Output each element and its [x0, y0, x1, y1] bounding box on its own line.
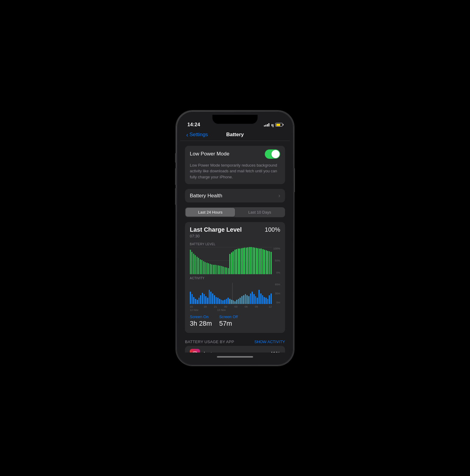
battery-level-chart-label: BATTERY LEVEL: [190, 243, 280, 246]
usage-by-app-header: BATTERY USAGE BY APP SHOW ACTIVITY: [180, 338, 290, 346]
volume-up-button[interactable]: [175, 168, 176, 185]
back-chevron-icon: ‹: [186, 132, 188, 138]
wifi-icon: 𝛈: [271, 122, 274, 127]
home-bar: [217, 356, 253, 358]
instagram-app-row[interactable]: Instagram 41%: [185, 346, 285, 352]
date-label-13nov: 13 Nov: [217, 308, 254, 312]
x-label-09: 09: [251, 305, 262, 308]
back-label: Settings: [190, 132, 208, 138]
battery-health-row[interactable]: Battery Health ›: [185, 189, 285, 202]
last-charge-row: Last Charge Level 07:30 100%: [190, 226, 280, 238]
y-label-0m: 0m: [276, 301, 280, 304]
screen-off-stat: Screen Off 57m: [219, 315, 238, 327]
notch: [212, 115, 258, 124]
scroll-content[interactable]: Low Power Mode Low Power Mode temporaril…: [180, 141, 290, 352]
date-divider-line: [232, 283, 233, 304]
activity-y-labels: 60m 30m 0m: [275, 283, 280, 304]
y-label-100: 100%: [273, 247, 280, 250]
screen-on-value: 3h 28m: [190, 320, 212, 327]
chevron-right-icon: ›: [278, 193, 280, 199]
phone-screen: 14:24 𝛈: [177, 112, 293, 365]
power-button[interactable]: [294, 168, 295, 192]
navigation-bar: ‹ Settings Battery: [180, 129, 290, 141]
x-label-03: 03: [231, 305, 241, 308]
low-power-mode-toggle[interactable]: [265, 149, 280, 159]
low-power-mode-description: Low Power Mode temporarily reduces backg…: [185, 162, 285, 184]
x-label-12: 12: [262, 305, 272, 308]
x-label-15: 15: [190, 305, 200, 308]
show-activity-button[interactable]: SHOW ACTIVITY: [254, 340, 285, 344]
app-usage-section: Instagram 41% Safar: [185, 346, 285, 352]
phone-frame: 14:24 𝛈: [176, 111, 294, 365]
y-label-0: 0%: [276, 271, 280, 274]
instagram-app-icon: [190, 349, 200, 352]
battery-bars-container: [190, 247, 272, 274]
x-label-18: 18: [200, 305, 210, 308]
y-label-30m: 30m: [275, 292, 280, 295]
x-label-06: 06: [241, 305, 251, 308]
volume-down-button[interactable]: [175, 188, 176, 205]
page-title: Battery: [226, 132, 244, 138]
segment-last24h[interactable]: Last 24 Hours: [186, 208, 235, 217]
battery-level-chart: 100% 50% 0%: [190, 247, 280, 274]
x-label-21: 21: [210, 305, 221, 308]
y-label-50: 50%: [275, 259, 280, 262]
screen-off-label: Screen Off: [219, 315, 238, 319]
status-time: 14:24: [187, 122, 200, 127]
battery-icon: [275, 123, 283, 127]
screen-content: 14:24 𝛈: [180, 115, 290, 362]
back-button[interactable]: ‹ Settings: [186, 132, 208, 138]
time-segment-control[interactable]: Last 24 Hours Last 10 Days: [185, 207, 285, 217]
low-power-mode-section: Low Power Mode Low Power Mode temporaril…: [185, 146, 285, 184]
screen-off-value: 57m: [219, 320, 238, 327]
segment-last10days[interactable]: Last 10 Days: [235, 208, 284, 217]
screen-on-stat: Screen On 3h 28m: [190, 315, 212, 327]
screen-on-label: Screen On: [190, 315, 212, 319]
screen-stats: Screen On 3h 28m Screen Off 57m: [190, 315, 280, 327]
date-label-12nov: 12 Nov: [190, 308, 217, 312]
toggle-knob: [271, 150, 280, 158]
mute-button[interactable]: [175, 153, 176, 163]
battery-health-section: Battery Health ›: [185, 189, 285, 202]
low-power-mode-label: Low Power Mode: [190, 151, 229, 157]
activity-chart-label: ACTIVITY: [190, 277, 280, 280]
status-icons: 𝛈: [264, 122, 283, 127]
x-label-00: 00: [221, 305, 231, 308]
y-label-60m: 60m: [275, 283, 280, 286]
last-charge-time: 07:30: [190, 234, 242, 238]
battery-y-labels: 100% 50% 0%: [273, 247, 280, 274]
low-power-mode-row[interactable]: Low Power Mode: [185, 146, 285, 162]
last-charge-title: Last Charge Level: [190, 226, 242, 233]
home-indicator[interactable]: [180, 352, 290, 362]
last-charge-percent: 100%: [265, 226, 280, 233]
signal-icon: [264, 123, 269, 127]
activity-bars-container: [190, 283, 272, 304]
chart-section: Last Charge Level 07:30 100% BATTERY LEV…: [185, 222, 285, 333]
battery-health-label: Battery Health: [190, 193, 222, 199]
activity-chart: 60m 30m 0m: [190, 283, 280, 304]
usage-by-app-label: BATTERY USAGE BY APP: [185, 340, 234, 344]
